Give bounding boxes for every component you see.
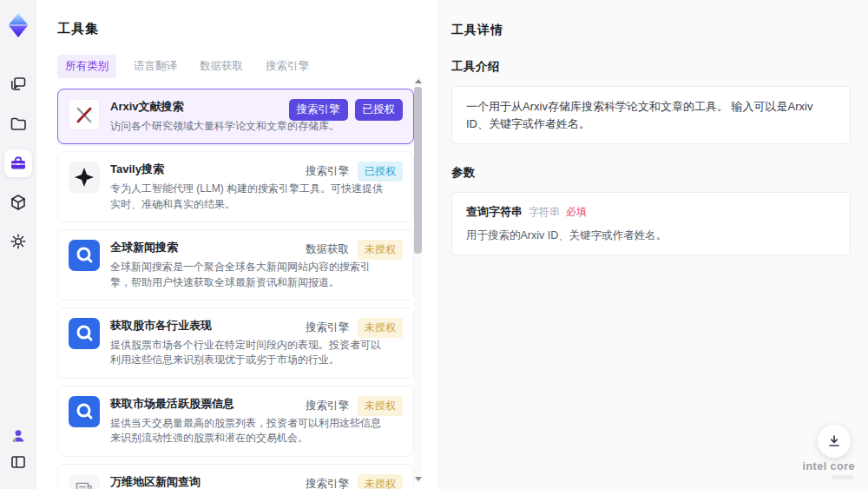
folder-icon <box>9 115 28 134</box>
category-tag: 搜索引擎 <box>306 164 349 179</box>
newspaper-icon <box>69 474 100 489</box>
diamond-logo-icon <box>7 12 30 38</box>
auth-status-badge: 未授权 <box>358 396 403 416</box>
sidebar-item-tools[interactable] <box>4 149 32 177</box>
tool-description: 提供股票市场各个行业在特定时间段内的表现。投资者可以利用这些信息来识别表现优于或… <box>110 338 386 368</box>
tab-0[interactable]: 所有类别 <box>57 55 116 78</box>
detail-panel: 工具详情 工具介绍 一个用于从Arxiv存储库搜索科学论文和文章的工具。 输入可… <box>439 0 868 489</box>
tool-tags: 搜索引擎未授权 <box>306 396 403 416</box>
sidebar-item-user[interactable] <box>4 422 32 450</box>
scroll-up-arrow-icon[interactable] <box>415 79 422 83</box>
tool-tags: 搜索引擎未授权 <box>306 474 403 489</box>
tool-card-1[interactable]: Tavily搜索专为人工智能代理 (LLM) 构建的搜索引擎工具。可快速提供实时… <box>57 151 414 222</box>
tool-tags: 搜索引擎未授权 <box>306 318 403 338</box>
search-globe-icon <box>69 318 100 349</box>
tab-2[interactable]: 数据获取 <box>200 59 243 74</box>
category-tag: 搜索引擎 <box>289 99 348 121</box>
category-tag: 搜索引擎 <box>306 320 349 335</box>
tool-description: 全球新闻搜索是一个聚合全球各大新闻网站内容的搜索引擎，帮助用户快速获取全球最新资… <box>110 260 386 290</box>
app-logo <box>7 12 30 38</box>
sidebar-item-settings[interactable] <box>4 228 32 255</box>
params-heading: 参数 <box>451 165 851 181</box>
category-tag: 搜索引擎 <box>306 477 349 489</box>
category-tag: 搜索引擎 <box>306 399 349 413</box>
tool-card-5[interactable]: 万维地区新闻查询查询具体行政区划内的新闻，快速了解各地新闻动搜索引擎未授权 <box>57 464 414 489</box>
sidebar-item-chat[interactable] <box>4 70 32 98</box>
tool-description: 访问各个研究领域大量科学论文和文章的存储库。 <box>110 119 386 134</box>
tools-panel: 工具集 所有类别语言翻译数据获取搜索引擎 Arxiv文献搜索访问各个研究领域大量… <box>36 0 439 489</box>
search-globe-icon <box>69 396 100 427</box>
scrollbar-thumb[interactable] <box>414 87 422 254</box>
gear-icon <box>9 232 28 251</box>
cube-icon <box>9 193 28 212</box>
tab-1[interactable]: 语言翻译 <box>134 59 177 74</box>
tool-card-3[interactable]: 获取股市各行业表现提供股票市场各个行业在特定时间段内的表现。投资者可以利用这些信… <box>57 307 414 379</box>
auth-status-badge: 未授权 <box>358 240 403 260</box>
toolbox-icon <box>9 154 28 173</box>
panel-layout-icon <box>9 453 28 472</box>
param-desc: 用于搜索的Arxiv ID、关键字或作者姓名。 <box>466 228 836 243</box>
tool-card-2[interactable]: 全球新闻搜索全球新闻搜索是一个聚合全球各大新闻网站内容的搜索引擎，帮助用户快速获… <box>57 229 414 301</box>
sidebar <box>0 0 36 489</box>
param-type: 字符串 <box>529 205 560 220</box>
tool-tags: 搜索引擎已授权 <box>306 162 403 182</box>
sidebar-item-plugins[interactable] <box>4 188 32 216</box>
download-button[interactable] <box>818 425 851 458</box>
sidebar-item-files[interactable] <box>4 110 32 138</box>
tool-tags: 数据获取未授权 <box>306 240 403 260</box>
param-box: 查询字符串 字符串 必填 用于搜索的Arxiv ID、关键字或作者姓名。 <box>451 192 851 255</box>
param-name: 查询字符串 <box>466 204 523 220</box>
tool-list: Arxiv文献搜索访问各个研究领域大量科学论文和文章的存储库。搜索引擎已授权Ta… <box>57 89 414 489</box>
auth-status-badge: 未授权 <box>358 318 403 338</box>
scroll-down-arrow-icon[interactable] <box>415 477 422 481</box>
arxiv-icon <box>69 99 100 130</box>
tool-description: 提供当天交易量最高的股票列表，投资者可以利用这些信息来识别流动性强的股票和潜在的… <box>110 416 386 446</box>
category-tabs: 所有类别语言翻译数据获取搜索引擎 <box>57 55 438 78</box>
category-tag: 数据获取 <box>306 242 349 257</box>
tool-description: 专为人工智能代理 (LLM) 构建的搜索引擎工具。可快速提供实时、准确和真实的结… <box>110 182 386 212</box>
auth-status-badge: 已授权 <box>355 99 404 121</box>
tool-card-0[interactable]: Arxiv文献搜索访问各个研究领域大量科学论文和文章的存储库。搜索引擎已授权 <box>57 89 414 144</box>
page-title: 工具集 <box>57 21 438 37</box>
detail-title: 工具详情 <box>451 23 851 38</box>
app-window: 工具集 所有类别语言翻译数据获取搜索引擎 Arxiv文献搜索访问各个研究领域大量… <box>0 0 868 489</box>
sidebar-item-collapse[interactable] <box>4 448 32 476</box>
search-globe-icon <box>69 240 100 271</box>
intro-heading: 工具介绍 <box>451 59 851 75</box>
intro-box: 一个用于从Arxiv存储库搜索科学论文和文章的工具。 输入可以是Arxiv ID… <box>451 86 851 144</box>
list-scrollbar[interactable] <box>414 76 422 484</box>
tool-tags: 搜索引擎已授权 <box>289 99 404 121</box>
tab-3[interactable]: 搜索引擎 <box>266 59 309 74</box>
tavily-icon <box>69 162 100 193</box>
download-icon <box>825 433 843 450</box>
auth-status-badge: 未授权 <box>358 474 403 489</box>
param-required-flag: 必填 <box>566 205 587 220</box>
intro-text: 一个用于从Arxiv存储库搜索科学论文和文章的工具。 输入可以是Arxiv ID… <box>466 98 836 132</box>
chat-icon <box>9 75 28 94</box>
intel-core-sub-mark <box>832 475 854 479</box>
tool-card-4[interactable]: 获取市场最活跃股票信息提供当天交易量最高的股票列表，投资者可以利用这些信息来识别… <box>57 386 414 457</box>
user-avatar-icon <box>9 426 28 446</box>
param-header: 查询字符串 字符串 必填 <box>466 204 836 220</box>
intel-core-logo: intel core <box>802 460 855 472</box>
auth-status-badge: 已授权 <box>358 162 403 182</box>
